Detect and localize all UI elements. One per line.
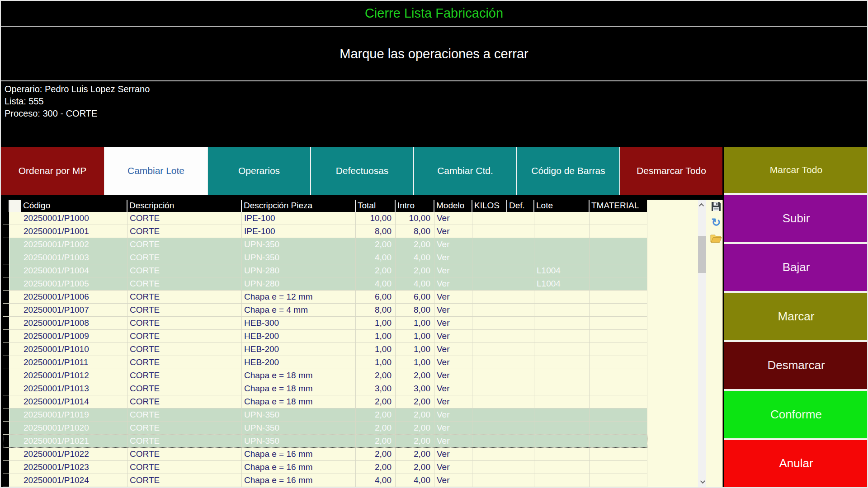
vertical-scrollbar[interactable] bbox=[698, 200, 706, 487]
operations-table: Código Descripción Descripción Pieza Tot… bbox=[3, 200, 723, 487]
cell-codigo: 20250001/P1024 bbox=[21, 474, 127, 487]
cell-codigo: 20250001/P1005 bbox=[21, 277, 127, 290]
table-row-20250001-p1001[interactable]: 20250001/P1001CORTEIPE-1008,008,00Ver bbox=[3, 225, 647, 238]
table-row-20250001-p1004[interactable]: 20250001/P1004CORTEUPN-2802,002,00VerL10… bbox=[3, 264, 647, 277]
table-row-20250001-p1013[interactable]: 20250001/P1013CORTEChapa e = 18 mm3,003,… bbox=[3, 382, 647, 395]
cell-tmaterial bbox=[590, 461, 647, 474]
cell-total: 1,00 bbox=[356, 317, 396, 329]
table-row-20250001-p1021[interactable]: 20250001/P1021CORTEUPN-3502,002,00Ver bbox=[3, 435, 647, 448]
cell-total: 2,00 bbox=[356, 369, 396, 382]
table-row-20250001-p1024[interactable]: 20250001/P1024CORTEChapa e = 16 mm4,004,… bbox=[3, 474, 647, 487]
cell-modelo: Ver bbox=[434, 291, 472, 303]
cell-modelo: Ver bbox=[434, 212, 472, 225]
desmarcar-button[interactable]: Desmarcar bbox=[724, 342, 868, 389]
cell-lote bbox=[534, 317, 590, 329]
tab-cambiar-lote[interactable]: Cambiar Lote bbox=[104, 147, 207, 195]
cell-modelo: Ver bbox=[434, 422, 472, 434]
table-row-20250001-p1020[interactable]: 20250001/P1020CORTEUPN-3502,002,00Ver bbox=[3, 422, 647, 435]
tab-cambiar-ctd[interactable]: Cambiar Ctd. bbox=[413, 147, 516, 195]
cell-total: 2,00 bbox=[356, 461, 396, 474]
table-row-20250001-p1019[interactable]: 20250001/P1019CORTEUPN-3502,002,00Ver bbox=[3, 408, 647, 422]
table-row-20250001-p1007[interactable]: 20250001/P1007CORTEChapa e = 4 mm8,008,0… bbox=[3, 304, 647, 317]
cell-total: 1,00 bbox=[356, 330, 396, 343]
cell-intro: 2,00 bbox=[396, 435, 434, 447]
anular-button[interactable]: Anular bbox=[724, 440, 868, 488]
row-marker bbox=[3, 369, 9, 382]
bajar-button[interactable]: Bajar bbox=[724, 244, 868, 291]
scroll-down-button[interactable] bbox=[698, 477, 706, 486]
tab-ordenar-por-mp[interactable]: Ordenar por MP bbox=[1, 147, 104, 195]
row-marker bbox=[3, 277, 9, 290]
cell-intro: 1,00 bbox=[396, 356, 434, 369]
cell-codigo: 20250001/P1004 bbox=[21, 264, 127, 277]
cell-pieza: UPN-350 bbox=[242, 251, 356, 264]
table-row-20250001-p1014[interactable]: 20250001/P1014CORTEChapa e = 18 mm2,002,… bbox=[3, 395, 647, 408]
cell-def bbox=[507, 435, 534, 447]
tab-codigo-de-barras[interactable]: Código de Barras bbox=[516, 147, 619, 195]
table-row-20250001-p1006[interactable]: 20250001/P1006CORTEChapa e = 12 mm6,006,… bbox=[3, 291, 647, 304]
scroll-up-button[interactable] bbox=[698, 201, 706, 210]
cell-codigo: 20250001/P1013 bbox=[21, 382, 127, 395]
cell-lote bbox=[534, 422, 590, 434]
tab-desmarcar-todo[interactable]: Desmarcar Todo bbox=[619, 147, 722, 195]
table-row-20250001-p1002[interactable]: 20250001/P1002CORTEUPN-3502,002,00Ver bbox=[3, 238, 647, 251]
column-header-tmaterial: TMATERIAL bbox=[590, 200, 647, 212]
refresh-icon[interactable]: ↻ bbox=[710, 216, 722, 228]
table-row-20250001-p1008[interactable]: 20250001/P1008CORTEHEB-3001,001,00Ver bbox=[3, 317, 647, 330]
tab-defectuosas[interactable]: Defectuosas bbox=[310, 147, 413, 195]
table-row-20250001-p1010[interactable]: 20250001/P1010CORTEHEB-2001,001,00Ver bbox=[3, 343, 647, 356]
save-icon[interactable] bbox=[710, 201, 722, 212]
cell-codigo: 20250001/P1010 bbox=[21, 343, 127, 356]
table-row-20250001-p1000[interactable]: 20250001/P1000CORTEIPE-10010,0010,00Ver bbox=[3, 212, 647, 225]
cell-total: 2,00 bbox=[356, 238, 396, 251]
cell-intro: 10,00 bbox=[396, 212, 434, 225]
tab-marcar-todo[interactable]: Marcar Todo bbox=[724, 147, 868, 193]
cell-intro: 2,00 bbox=[396, 408, 434, 421]
table-row-20250001-p1023[interactable]: 20250001/P1023CORTEChapa e = 16 mm2,002,… bbox=[3, 461, 647, 474]
table-row-20250001-p1011[interactable]: 20250001/P1011CORTEHEB-2001,001,00Ver bbox=[3, 356, 647, 369]
cell-total: 6,00 bbox=[356, 291, 396, 303]
table-row-20250001-p1022[interactable]: 20250001/P1022CORTEChapa e = 16 mm2,002,… bbox=[3, 448, 647, 461]
cell-codigo: 20250001/P1023 bbox=[21, 461, 127, 474]
conforme-button[interactable]: Conforme bbox=[724, 391, 868, 438]
table-row-20250001-p1003[interactable]: 20250001/P1003CORTEUPN-3504,004,00Ver bbox=[3, 251, 647, 264]
cell-intro: 1,00 bbox=[396, 317, 434, 329]
open-folder-icon[interactable] bbox=[710, 232, 722, 244]
cell-descripcion: CORTE bbox=[127, 251, 242, 264]
cell-modelo: Ver bbox=[434, 369, 472, 382]
cell-tmaterial bbox=[590, 238, 647, 251]
cell-lote: L1004 bbox=[534, 264, 590, 277]
marcar-button[interactable]: Marcar bbox=[724, 293, 868, 340]
table-row-20250001-p1005[interactable]: 20250001/P1005CORTEUPN-2804,004,00VerL10… bbox=[3, 277, 647, 291]
cell-kilos bbox=[472, 264, 507, 277]
cell-tmaterial bbox=[590, 251, 647, 264]
cell-lote bbox=[534, 238, 590, 251]
cell-def bbox=[507, 474, 534, 487]
cell-codigo: 20250001/P1011 bbox=[21, 356, 127, 369]
cell-total: 2,00 bbox=[356, 435, 396, 447]
cell-intro: 3,00 bbox=[396, 382, 434, 395]
cell-descripcion: CORTE bbox=[127, 317, 242, 329]
blank-column-header bbox=[9, 200, 21, 212]
scrollbar-thumb[interactable] bbox=[698, 236, 706, 273]
cell-def bbox=[507, 304, 534, 316]
operations-grid: Código Descripción Descripción Pieza Tot… bbox=[3, 200, 647, 487]
row-marker bbox=[3, 356, 9, 369]
cell-kilos bbox=[472, 304, 507, 316]
cell-tmaterial bbox=[590, 369, 647, 382]
row-marker bbox=[3, 291, 9, 303]
cell-intro: 4,00 bbox=[396, 251, 434, 264]
cell-codigo: 20250001/P1020 bbox=[21, 422, 127, 434]
tab-operarios[interactable]: Operarios bbox=[207, 147, 310, 195]
column-header-modelo: Modelo bbox=[434, 200, 472, 212]
cell-descripcion: CORTE bbox=[127, 369, 242, 382]
cell-codigo: 20250001/P1021 bbox=[21, 435, 127, 447]
cell-descripcion: CORTE bbox=[127, 291, 242, 303]
table-row-20250001-p1012[interactable]: 20250001/P1012CORTEChapa e = 18 mm2,002,… bbox=[3, 369, 647, 382]
cell-tmaterial bbox=[590, 291, 647, 303]
cell-pieza: HEB-300 bbox=[242, 317, 356, 329]
cell-descripcion: CORTE bbox=[127, 225, 242, 238]
table-row-20250001-p1009[interactable]: 20250001/P1009CORTEHEB-2001,001,00Ver bbox=[3, 330, 647, 343]
cell-modelo: Ver bbox=[434, 408, 472, 421]
subir-button[interactable]: Subir bbox=[724, 195, 868, 242]
